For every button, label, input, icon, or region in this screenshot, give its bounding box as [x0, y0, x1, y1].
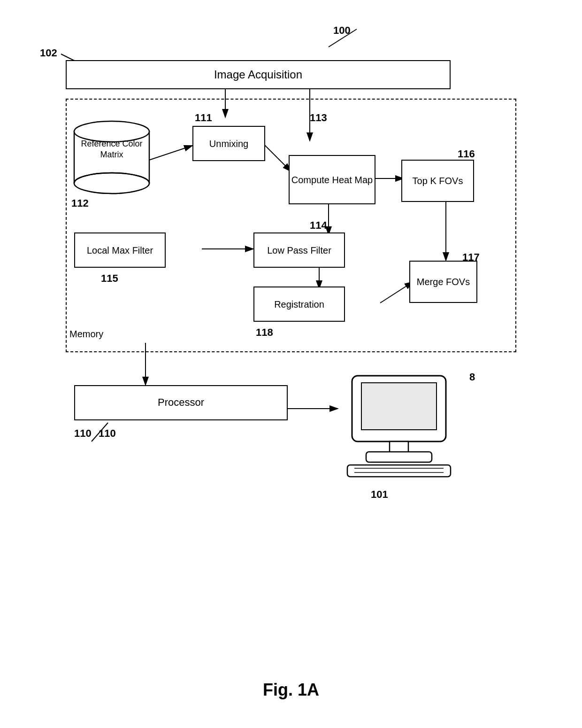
top-k-fovs-box: Top K FOVs — [401, 160, 474, 202]
low-pass-filter-box: Low Pass Filter — [253, 232, 345, 268]
ref-101: 101 — [371, 488, 388, 501]
ref-110a: 110 — [74, 427, 92, 440]
ref-112: 112 — [71, 197, 89, 209]
computer-illustration — [338, 371, 460, 479]
ref-118: 118 — [256, 326, 273, 339]
svg-rect-21 — [75, 183, 149, 194]
svg-rect-27 — [347, 465, 451, 477]
ref-116: 116 — [458, 148, 475, 160]
ref-117: 117 — [462, 251, 480, 263]
unmixing-box: Unmixing — [192, 126, 265, 161]
memory-label: Memory — [69, 329, 103, 340]
ref-114: 114 — [310, 219, 327, 232]
image-acquisition-box: Image Acquisition — [66, 60, 451, 89]
ref-111: 111 — [195, 112, 212, 124]
svg-rect-26 — [366, 452, 432, 462]
merge-fovs-box: Merge FOVs — [409, 261, 477, 303]
compute-heat-map-box: Compute Heat Map — [289, 155, 375, 204]
processor-box: Processor — [74, 385, 288, 420]
ref-110b: 110 — [99, 427, 116, 440]
ref-8: 8 — [469, 371, 475, 383]
registration-box: Registration — [253, 287, 345, 322]
ref-102: 102 — [40, 47, 57, 59]
ref-115: 115 — [101, 272, 118, 285]
reference-color-matrix-cylinder: Reference Color Matrix — [69, 117, 154, 193]
ref-100: 100 — [333, 24, 351, 37]
local-max-filter-box: Local Max Filter — [74, 232, 166, 268]
reference-color-matrix-label: Reference Color Matrix — [69, 139, 154, 161]
ref-113: 113 — [310, 112, 327, 124]
figure-caption: Fig. 1A — [263, 680, 319, 700]
svg-rect-24 — [361, 383, 436, 430]
